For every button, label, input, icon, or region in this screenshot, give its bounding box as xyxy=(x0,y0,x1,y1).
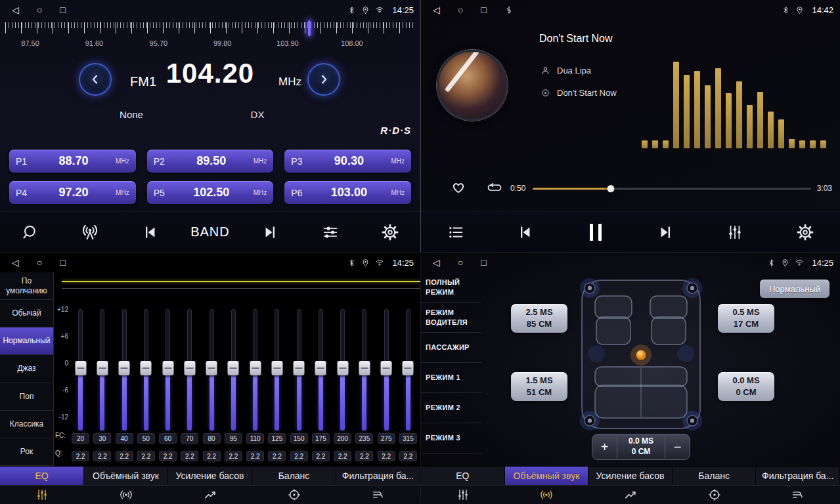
eq-slider-handle[interactable] xyxy=(75,361,86,375)
preset-button[interactable]: P3 90.30 MHz xyxy=(284,150,411,173)
tone-button[interactable] xyxy=(300,223,360,242)
audio-tab[interactable]: Фильтрация ба... xyxy=(756,467,840,485)
home-icon[interactable]: ○ xyxy=(37,5,42,14)
audio-tab[interactable]: Баланс xyxy=(673,467,757,485)
back-icon[interactable]: ◁ xyxy=(12,5,19,14)
audio-tab[interactable]: Объёмный звук xyxy=(505,467,589,485)
settings-button[interactable] xyxy=(361,223,420,242)
delay-rear-left[interactable]: 1.5 MS 51 CM xyxy=(511,372,567,401)
delay-front-right[interactable]: 0.5 MS 17 CM xyxy=(718,304,774,333)
preset-button[interactable]: P1 88.70 MHz xyxy=(9,150,136,173)
mixer-button[interactable] xyxy=(700,223,770,242)
eq-slider-handle[interactable] xyxy=(97,361,108,375)
back-icon[interactable]: ◁ xyxy=(12,258,19,267)
next-track-button[interactable] xyxy=(630,223,700,242)
delay-front-left[interactable]: 2.5 MS 85 CM xyxy=(511,304,567,333)
sound-preset-button[interactable]: Нормальный xyxy=(760,280,829,298)
back-icon[interactable]: ◁ xyxy=(433,258,440,267)
eq-slider[interactable] xyxy=(78,309,83,430)
preset-button[interactable]: P5 102.50 MHz xyxy=(147,181,274,204)
repeat-button[interactable] xyxy=(487,180,502,196)
eq-preset-item[interactable]: По умолчанию xyxy=(0,272,53,300)
favorite-button[interactable] xyxy=(450,178,467,196)
eq-preset-item[interactable]: Обычай xyxy=(0,300,53,327)
eq-slider[interactable] xyxy=(275,309,279,430)
eq-slider[interactable] xyxy=(319,309,323,430)
eq-slider[interactable] xyxy=(297,309,301,430)
preset-button[interactable]: P6 103.00 MHz xyxy=(284,181,411,204)
eq-slider-handle[interactable] xyxy=(206,361,217,375)
eq-slider[interactable] xyxy=(231,309,236,430)
eq-preset-item[interactable]: Классика xyxy=(0,411,53,438)
tuner-scale[interactable]: 87.5091.6095.7099.80103.90108.00 xyxy=(5,22,415,52)
eq-slider[interactable] xyxy=(144,309,148,430)
eq-preset-item[interactable]: Нормальный xyxy=(0,327,53,355)
eq-slider[interactable] xyxy=(100,309,104,430)
eq-slider[interactable] xyxy=(210,309,214,430)
pause-button[interactable] xyxy=(561,224,630,241)
tab-icon-bass-boost[interactable] xyxy=(168,486,252,504)
eq-slider-handle[interactable] xyxy=(271,361,282,375)
increase-delay-button[interactable]: + xyxy=(592,434,617,459)
eq-preset-item[interactable]: Рок xyxy=(0,438,53,466)
tab-icon-balance[interactable] xyxy=(252,486,336,504)
home-icon[interactable]: ○ xyxy=(37,258,42,267)
eq-slider-handle[interactable] xyxy=(228,361,239,375)
previous-station-button[interactable] xyxy=(120,223,180,242)
previous-track-button[interactable] xyxy=(491,223,560,242)
eq-slider-handle[interactable] xyxy=(337,361,348,375)
audio-tab[interactable]: Усиление басов xyxy=(588,467,673,485)
audio-tab[interactable]: EQ xyxy=(0,467,84,485)
listening-mode-item[interactable]: РЕЖИМ ВОДИТЕЛЯ xyxy=(421,303,481,333)
eq-slider[interactable] xyxy=(362,309,366,430)
eq-slider-handle[interactable] xyxy=(403,361,414,375)
home-icon[interactable]: ○ xyxy=(458,5,463,14)
listening-mode-item[interactable]: ПАССАЖИР xyxy=(421,333,481,363)
eq-preset-item[interactable]: Джаз xyxy=(0,355,53,383)
tuner-indicator[interactable] xyxy=(308,20,311,36)
next-station-button[interactable] xyxy=(240,223,300,242)
eq-slider[interactable] xyxy=(187,309,192,430)
home-icon[interactable]: ○ xyxy=(458,258,463,267)
scan-button[interactable] xyxy=(0,223,60,242)
eq-slider-handle[interactable] xyxy=(315,361,326,375)
tab-icon-filter[interactable] xyxy=(336,486,420,504)
tab-icon-surround[interactable] xyxy=(505,486,589,504)
recents-icon[interactable]: □ xyxy=(481,5,486,14)
seek-bar[interactable] xyxy=(533,188,811,190)
audio-tab[interactable]: Фильтрация ба... xyxy=(336,467,420,485)
eq-slider-handle[interactable] xyxy=(162,361,173,375)
tab-icon-balance[interactable] xyxy=(673,486,757,504)
delay-rear-right[interactable]: 0.0 MS 0 CM xyxy=(718,372,774,401)
eq-slider[interactable] xyxy=(384,309,389,430)
eq-slider-handle[interactable] xyxy=(294,361,305,375)
eq-slider-handle[interactable] xyxy=(119,361,130,375)
eq-slider-handle[interactable] xyxy=(381,361,392,375)
eq-slider[interactable] xyxy=(122,309,127,430)
listening-mode-item[interactable]: РЕЖИМ 2 xyxy=(421,393,481,423)
recents-icon[interactable]: □ xyxy=(60,5,65,14)
eq-slider[interactable] xyxy=(340,309,345,430)
recents-icon[interactable]: □ xyxy=(481,258,486,267)
listening-mode-item[interactable]: ПОЛНЫЙ РЕЖИМ xyxy=(421,272,481,303)
tab-icon-filter[interactable] xyxy=(756,486,840,504)
preset-button[interactable]: P2 89.50 MHz xyxy=(147,150,274,173)
listening-mode-item[interactable]: РЕЖИМ 1 xyxy=(421,363,481,393)
broadcast-button[interactable] xyxy=(60,222,120,242)
audio-tab[interactable]: Баланс xyxy=(252,467,336,485)
listening-mode-item[interactable]: РЕЖИМ 3 xyxy=(421,423,481,453)
eq-slider-handle[interactable] xyxy=(359,361,370,375)
audio-tab[interactable]: EQ xyxy=(421,467,505,485)
settings-button[interactable] xyxy=(770,223,840,242)
seek-bar-knob[interactable] xyxy=(607,185,614,192)
recents-icon[interactable]: □ xyxy=(60,258,65,267)
band-button[interactable]: BAND xyxy=(180,224,240,240)
playlist-button[interactable] xyxy=(421,223,491,242)
tab-icon-eq[interactable] xyxy=(421,486,505,504)
eq-slider-handle[interactable] xyxy=(250,361,261,375)
eq-slider-handle[interactable] xyxy=(141,361,152,375)
preset-button[interactable]: P4 97.20 MHz xyxy=(9,181,136,204)
decrease-delay-button[interactable]: − xyxy=(665,434,690,459)
eq-slider[interactable] xyxy=(406,309,410,430)
audio-tab[interactable]: Усиление басов xyxy=(168,467,252,485)
